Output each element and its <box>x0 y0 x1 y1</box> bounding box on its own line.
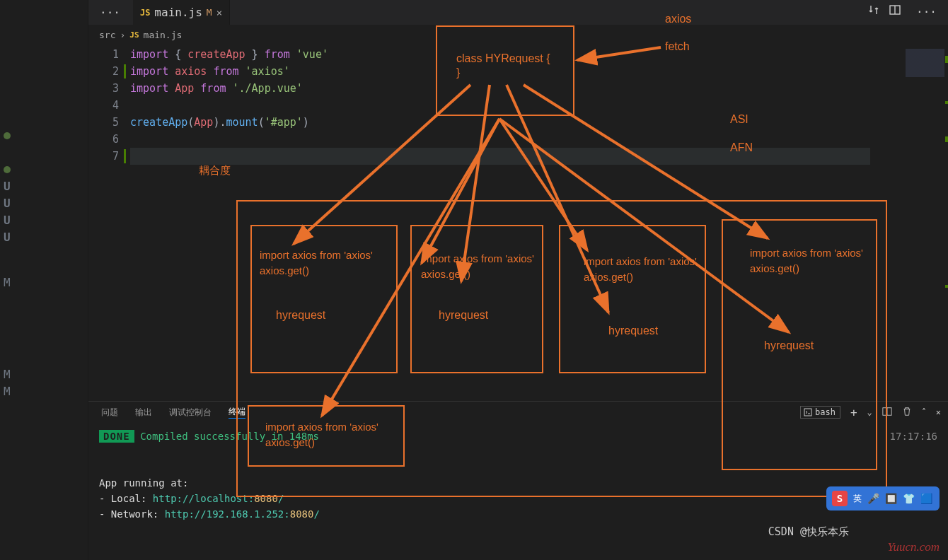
scm-dot <box>4 127 11 144</box>
tab-label: main.js <box>154 6 202 19</box>
split-terminal-icon[interactable] <box>882 407 892 419</box>
compare-changes-icon[interactable] <box>868 4 879 18</box>
tab-bar-overflow[interactable]: ··· <box>94 6 126 19</box>
kill-terminal-icon[interactable] <box>902 407 912 419</box>
scm-untracked-mark: U <box>4 195 11 212</box>
panel-tab-debug[interactable]: 调试控制台 <box>169 407 212 419</box>
panel-tab-problems[interactable]: 问题 <box>101 407 118 419</box>
terminal-profile-bash[interactable]: bash <box>800 406 840 419</box>
close-icon[interactable]: × <box>216 7 222 18</box>
code-editor[interactable]: import { createApp } from 'vue' import a… <box>127 45 870 401</box>
svg-rect-2 <box>804 409 811 416</box>
js-file-icon: JS <box>140 8 150 18</box>
modified-indicator: M <box>207 7 212 18</box>
line-number-gutter: 1 2 3 4 5 6 7 <box>88 45 127 401</box>
split-editor-icon[interactable] <box>889 4 901 18</box>
terminal-output[interactable]: DONE Compiled successfully in 148ms17:17… <box>88 423 948 560</box>
editor-actions-overflow[interactable]: ··· <box>911 5 942 18</box>
breadcrumb[interactable]: src › JS main.js <box>88 25 948 45</box>
panel-tab-terminal[interactable]: 终端 <box>229 406 245 419</box>
new-terminal-icon[interactable]: + <box>850 406 857 419</box>
js-file-icon: JS <box>129 30 139 40</box>
scm-modified-mark: M <box>4 274 11 291</box>
maximize-panel-icon[interactable]: ˄ <box>922 407 926 417</box>
scm-modified-mark: M <box>4 366 11 383</box>
close-panel-icon[interactable]: ✕ <box>936 407 941 417</box>
scm-untracked-mark: U <box>4 178 11 195</box>
done-badge: DONE <box>99 430 134 443</box>
minimap[interactable] <box>870 45 948 401</box>
scm-untracked-mark: U <box>4 212 11 229</box>
scm-dot <box>4 161 11 178</box>
tab-main-js[interactable]: JS main.js M × <box>133 0 230 25</box>
scm-untracked-mark: U <box>4 229 11 246</box>
panel-tab-output[interactable]: 输出 <box>135 407 152 419</box>
terminal-dropdown-icon[interactable]: ⌄ <box>867 407 872 417</box>
